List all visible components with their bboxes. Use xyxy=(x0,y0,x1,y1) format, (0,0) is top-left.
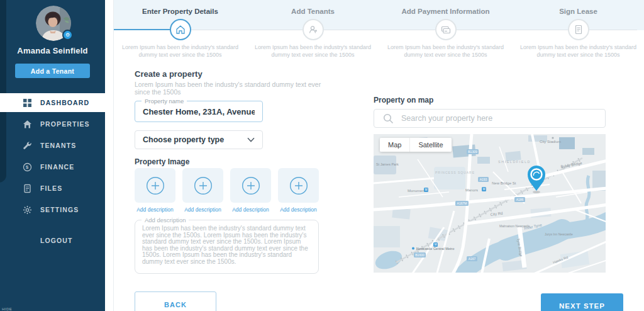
upload-image-button[interactable] xyxy=(230,168,271,203)
page-title: Create a property xyxy=(135,69,330,79)
app-root: { "app": { "accent_color": "#3f9edb", "s… xyxy=(0,0,644,311)
step-home-icon xyxy=(175,24,186,35)
map-label: SHIELDFIELD xyxy=(498,160,531,164)
home-icon xyxy=(23,120,32,129)
upload-slot: Add description xyxy=(135,168,175,213)
sidebar-item-tenants[interactable]: TENANTS xyxy=(0,136,105,155)
route-badge: A193 xyxy=(480,178,487,181)
file-icon xyxy=(23,184,32,193)
back-button[interactable]: BACK xyxy=(135,291,216,311)
add-tenant-button[interactable]: Add a Tenant xyxy=(15,64,90,78)
gear-icon xyxy=(23,205,32,215)
avatar[interactable]: ⚙ xyxy=(36,6,71,41)
dashboard-icon xyxy=(23,98,32,108)
step-person-add-icon xyxy=(308,24,319,35)
sidebar: ⚙ Amanda Seinfield Add a Tenant DASHBOAR… xyxy=(0,0,105,311)
step-description: Lorem Ipsum has been the industry's stan… xyxy=(520,43,637,59)
route-badge: A167M xyxy=(457,201,467,205)
hide-sidebar-toggle[interactable]: HIDE xyxy=(2,307,12,311)
map-search-box xyxy=(374,109,606,128)
step-circle[interactable] xyxy=(170,19,191,40)
description-label: Add description xyxy=(142,217,189,223)
add-description-link[interactable]: Add description xyxy=(135,206,175,213)
step-title[interactable]: Enter Property Details xyxy=(114,8,247,15)
wrench-icon xyxy=(23,141,32,150)
map-view-button[interactable]: Map xyxy=(380,138,410,152)
step-title[interactable]: Add Payment Information xyxy=(379,8,512,15)
property-image-label: Property Image xyxy=(135,157,189,166)
add-description-link[interactable]: Add description xyxy=(182,206,223,213)
dollar-circle-icon: $ xyxy=(23,162,32,172)
sidebar-item-settings[interactable]: SETTINGS xyxy=(0,200,105,219)
avatar-gear-icon[interactable]: ⚙ xyxy=(62,30,73,40)
user-name: Amanda Seinfield xyxy=(0,46,105,55)
step-description: Lorem Ipsum has been the industry's stan… xyxy=(387,43,504,59)
property-image-uploads: Add description Add description xyxy=(135,168,319,213)
upload-slot: Add description xyxy=(182,168,223,213)
step-enter-property-details: Enter Property Details Lorem Ipsum has b… xyxy=(114,0,247,60)
upload-image-button[interactable] xyxy=(135,168,175,203)
main-panel: Enter Property Details Lorem Ipsum has b… xyxy=(113,0,644,311)
svg-text:M: M xyxy=(435,243,437,246)
add-description-link[interactable]: Add description xyxy=(230,206,271,213)
sidebar-item-logout[interactable]: LOGOUT xyxy=(0,231,105,250)
upload-slot: Add description xyxy=(278,168,319,213)
map-canvas[interactable]: City Stadium St James Park SHIELDFIELD P… xyxy=(374,134,606,273)
map-search-input[interactable] xyxy=(401,114,605,123)
route-badge: A186 xyxy=(516,198,524,201)
step-description: Lorem Ipsum has been the industry's stan… xyxy=(255,43,372,59)
svg-text:$: $ xyxy=(26,164,30,170)
search-icon xyxy=(383,113,394,124)
map-panel: Property on map Map Satellite xyxy=(374,96,606,273)
plus-circle-icon xyxy=(194,176,213,195)
upload-image-button[interactable] xyxy=(278,168,319,203)
upload-image-button[interactable] xyxy=(182,168,223,203)
sidebar-item-properties[interactable]: PROPERTIES xyxy=(0,115,105,133)
map-label: New Bridge St xyxy=(492,181,516,185)
next-step-button[interactable]: NEXT STEP xyxy=(541,293,623,311)
sidebar-item-label: SETTINGS xyxy=(40,206,79,213)
stepper: Enter Property Details Lorem Ipsum has b… xyxy=(114,0,644,60)
plus-circle-icon xyxy=(146,176,165,195)
step-circle[interactable] xyxy=(303,19,324,40)
add-description-link[interactable]: Add description xyxy=(278,206,319,213)
sidebar-item-label: PROPERTIES xyxy=(40,120,90,128)
route-badge: B1309 xyxy=(468,150,477,154)
step-description: Lorem Ipsum has been the industry's stan… xyxy=(122,43,239,59)
map-label: Manors xyxy=(465,188,478,192)
step-add-payment-information: Add Payment Information Lorem Ipsum has … xyxy=(379,0,512,60)
property-name-field: Property name xyxy=(135,101,263,122)
property-type-select[interactable]: Choose property type xyxy=(135,130,263,149)
property-type-value: Choose property type xyxy=(143,135,224,144)
sidebar-nav: DASHBOARD PROPERTIES TENANTS $ FINANCE xyxy=(0,93,105,252)
step-title[interactable]: Add Tenants xyxy=(247,8,379,15)
step-sign-lease: Sign Lease Lorem Ipsum has been the indu… xyxy=(512,0,644,60)
sidebar-item-label: TENANTS xyxy=(40,142,76,149)
page-subtitle: Lorem Ipsum has been the industry's stan… xyxy=(135,81,330,96)
satellite-view-button[interactable]: Satellite xyxy=(410,138,451,152)
sidebar-item-label: FILES xyxy=(40,184,62,192)
step-document-icon xyxy=(573,24,584,35)
property-name-label: Property name xyxy=(142,98,187,105)
map-view-controls: Map Satellite xyxy=(380,138,452,152)
map-label: Malmaison Newcastle xyxy=(499,224,530,228)
sidebar-item-dashboard[interactable]: DASHBOARD xyxy=(0,93,105,112)
map-label: Newcastle Central Metro xyxy=(416,247,454,251)
chevron-down-icon xyxy=(247,137,255,142)
sidebar-item-finance[interactable]: $ FINANCE xyxy=(0,157,105,176)
sidebar-item-label: LOGOUT xyxy=(40,237,73,244)
map-label: St James Park xyxy=(376,162,399,166)
description-field[interactable]: Add description Lorem Ipsum has been the… xyxy=(135,220,319,274)
create-property-form: Create a property Lorem Ipsum has been t… xyxy=(135,69,330,96)
route-badge: B1600 xyxy=(415,253,425,257)
plus-circle-icon xyxy=(289,176,308,195)
property-on-map-label: Property on map xyxy=(374,96,606,105)
route-badge: A167 xyxy=(469,257,476,261)
map-label: Monument xyxy=(408,189,426,193)
step-title[interactable]: Sign Lease xyxy=(512,8,644,15)
sidebar-item-files[interactable]: FILES xyxy=(0,179,105,198)
step-circle[interactable] xyxy=(435,19,457,40)
map[interactable]: Map Satellite xyxy=(374,134,606,273)
sidebar-item-label: DASHBOARD xyxy=(40,99,89,106)
step-circle[interactable] xyxy=(568,19,589,40)
